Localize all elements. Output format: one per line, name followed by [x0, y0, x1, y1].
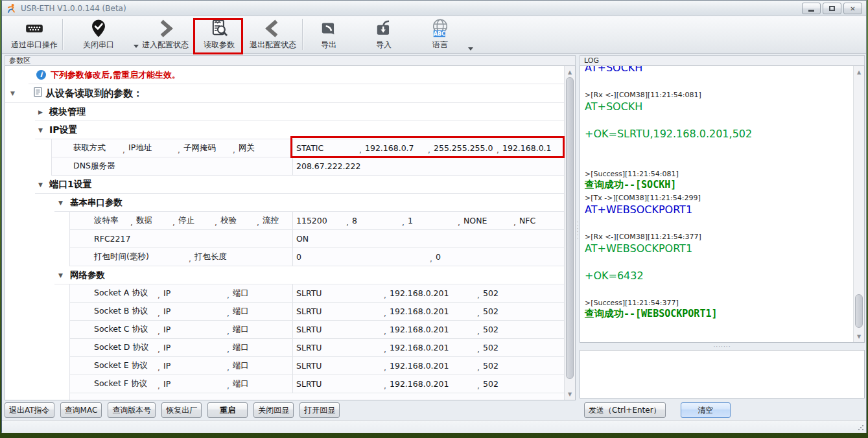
param-row: Socket B 协议,IP,端口SLRTU,192.168.0.201,502	[69, 303, 564, 321]
restart-button[interactable]: 重启	[207, 402, 248, 418]
cell-text: IP	[163, 306, 224, 316]
cell-text: ON	[296, 234, 309, 244]
collapse-arrow-icon[interactable]: ▼	[54, 272, 66, 279]
tree-root-label: 从设备读取到的参数：	[45, 87, 143, 100]
scroll-up-icon[interactable]: ▲	[565, 67, 575, 77]
tree-section-row[interactable]: ▼基本串口参数	[54, 194, 564, 212]
comma-separator: ,	[224, 363, 233, 375]
param-scrollbar[interactable]: ▲ ▼	[564, 66, 575, 400]
minimize-button[interactable]	[802, 3, 821, 14]
log-line: AT+SOCKH	[585, 66, 853, 75]
dropdown-arrow-icon[interactable]	[468, 47, 473, 51]
param-values-cell[interactable]: SLRTU,192.168.0.201,502	[292, 321, 564, 338]
expand-arrow-icon[interactable]: ▶	[35, 109, 47, 115]
log-view[interactable]: AT+SOCKH>[Rx <-][COM38][11:21:54:081]AT+…	[580, 65, 865, 343]
param-values-cell[interactable]: SLRTU,192.168.0.201,502	[292, 284, 564, 302]
cell-text: 502	[483, 379, 499, 389]
param-labels-cell: DNS服务器	[52, 157, 292, 175]
chevron-left-icon	[263, 17, 283, 40]
enter-config-state-button[interactable]: 进入配置状态	[135, 17, 195, 52]
cell-text: 192.168.0.201	[390, 325, 474, 334]
param-row: 波特率,数据,停止,校验,流控115200,8,1,NONE,NFC	[69, 212, 564, 230]
cell-text: 1	[408, 216, 454, 225]
collapse-arrow-icon[interactable]: ▼	[10, 90, 15, 97]
cell-text: RFC2217	[94, 234, 130, 244]
send-input[interactable]	[580, 351, 864, 398]
echo-on-button[interactable]: 打开回显	[299, 402, 340, 418]
exit-at-command-button[interactable]: 退出AT指令	[5, 402, 54, 418]
exit-config-state-button[interactable]: 退出配置状态	[242, 17, 303, 52]
param-notice-row: i下列参数修改后,需重启才能生效。	[29, 66, 564, 84]
cell-text: 端口	[233, 324, 249, 335]
tree-section-row[interactable]: ▼端口1设置	[35, 176, 564, 194]
close-button[interactable]: ✕	[843, 3, 862, 14]
cell-text: 192.168.0.201	[390, 379, 474, 389]
cell-text: Socket A 协议	[94, 288, 154, 299]
clear-button[interactable]: 清空	[681, 402, 731, 418]
tree-section-row[interactable]: ▼网络参数	[54, 266, 564, 284]
param-row: RFC2217ON	[69, 230, 564, 248]
param-labels-cell: 获取方式,IP地址,子网掩码,网关	[52, 139, 292, 157]
comma-separator: ,	[474, 382, 483, 393]
tree-root-row[interactable]: ▼从设备读取到的参数：	[5, 84, 564, 103]
collapse-arrow-icon[interactable]: ▼	[54, 200, 66, 206]
param-table: i下列参数修改后,需重启才能生效。▼从设备读取到的参数：▶模块管理▼IP设置获取…	[5, 65, 576, 400]
collapse-arrow-icon[interactable]: ▼	[35, 181, 47, 188]
comma-separator: ,	[253, 218, 263, 229]
cell-text: 端口	[233, 378, 249, 389]
param-values-cell[interactable]: SLRTU,192.168.0.201,502	[292, 339, 564, 356]
export-button[interactable]: 导出	[305, 17, 352, 52]
language-button[interactable]: ABC语言	[414, 17, 466, 52]
serial-port-icon	[25, 17, 44, 40]
comma-separator: ,	[474, 345, 483, 356]
log-blank-line	[585, 114, 853, 127]
factory-reset-button[interactable]: 恢复出厂	[161, 402, 202, 418]
query-mac-button[interactable]: 查询MAC	[60, 402, 102, 418]
log-scrollbar-thumb[interactable]	[855, 294, 863, 328]
param-values-cell[interactable]: 0,0	[292, 248, 564, 266]
comma-separator: ,	[224, 382, 233, 393]
section-label: 网络参数	[70, 270, 105, 281]
cell-text: 端口	[233, 306, 249, 317]
log-input-splitter[interactable]: ·······	[580, 343, 865, 349]
scroll-down-icon[interactable]: ▼	[854, 331, 864, 341]
param-values-cell[interactable]: SLRTU,192.168.0.201,502	[292, 375, 564, 393]
cell-text: 数据	[136, 215, 169, 226]
log-scrollbar[interactable]: ▲ ▼	[853, 66, 864, 342]
param-labels-cell: Socket D 协议,IP,端口	[70, 339, 292, 356]
cell-text: SLRTU	[296, 288, 381, 298]
operate-via-serial-button[interactable]: 通过串口操作	[5, 17, 64, 52]
param-values-cell[interactable]: SLRTU,192.168.0.201,502	[292, 357, 564, 375]
param-panel-header: 参数区	[5, 55, 576, 65]
param-scrollbar-thumb[interactable]	[566, 77, 574, 379]
section-label: 端口1设置	[49, 179, 92, 190]
operate-via-serial-button-label: 通过串口操作	[11, 40, 58, 51]
echo-off-button[interactable]: 关闭回显	[253, 402, 294, 418]
cell-text: Socket F 协议	[94, 378, 154, 389]
tree-section-row[interactable]: ▶模块管理	[35, 103, 564, 121]
comma-separator: ,	[154, 309, 163, 320]
param-labels-cell: Socket F 协议,IP,端口	[70, 375, 292, 393]
param-values-cell[interactable]: ON	[292, 230, 564, 248]
param-values-cell[interactable]: 115200,8,1,NONE,NFC	[292, 212, 564, 229]
enter-config-state-button-label: 进入配置状态	[142, 40, 189, 51]
query-version-button[interactable]: 查询版本号	[108, 402, 156, 418]
log-blank-line	[585, 217, 853, 230]
param-values-cell[interactable]: SLRTU,192.168.0.201,502	[292, 303, 564, 320]
cell-text: SLRTU	[296, 306, 381, 316]
send-button[interactable]: 发送（Ctrl+Enter）	[584, 402, 666, 418]
param-values-cell[interactable]: 208.67.222.222	[292, 157, 564, 175]
scroll-down-icon[interactable]: ▼	[565, 389, 575, 399]
title-bar[interactable]: USR-ETH V1.0.0.144 (Beta) ✕	[2, 1, 866, 16]
import-button[interactable]: 导入	[360, 17, 407, 52]
param-row: Socket A 协议,IP,端口SLRTU,192.168.0.201,502	[69, 284, 564, 303]
close-serial-button[interactable]: 关闭串口	[65, 17, 132, 52]
maximize-button[interactable]	[823, 3, 841, 14]
app-window: USR-ETH V1.0.0.144 (Beta) ✕ 通过串口操作关闭串口进入…	[1, 0, 867, 433]
comma-separator: ,	[211, 218, 220, 229]
scroll-up-icon[interactable]: ▲	[854, 67, 864, 77]
resize-grip[interactable]	[858, 424, 864, 431]
cell-text: 子网掩码	[183, 143, 229, 154]
collapse-arrow-icon[interactable]: ▼	[35, 127, 47, 133]
cell-text: 502	[483, 306, 499, 316]
